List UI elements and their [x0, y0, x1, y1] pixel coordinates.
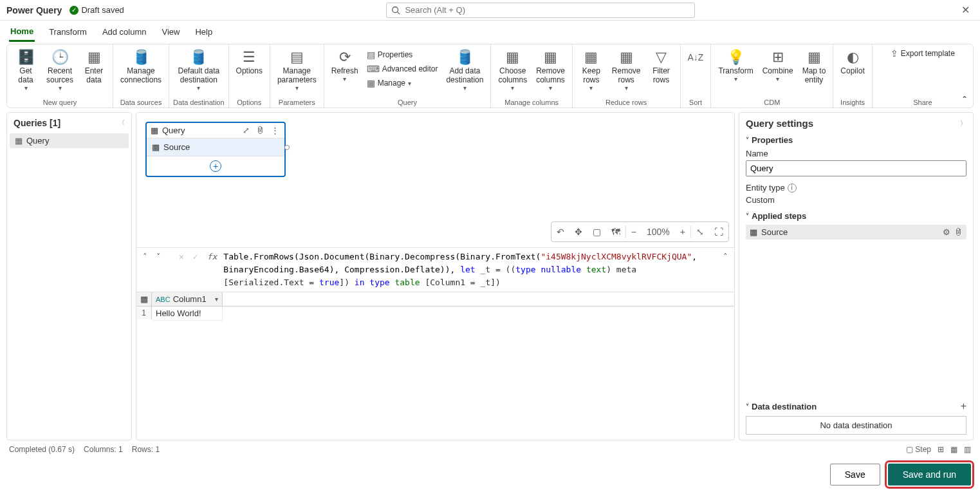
view-table-button[interactable]: ▦ — [950, 445, 957, 454]
gear-icon[interactable]: ⚙ — [943, 227, 950, 237]
group-insights: Insights — [840, 97, 865, 106]
info-icon[interactable]: i — [788, 184, 797, 193]
query-settings-panel: Query settings 〉 ˅Properties Name Entity… — [739, 112, 974, 440]
remove-col-icon: ▦ — [544, 48, 557, 66]
diagram-canvas[interactable]: ▦ Query ⤢ 🛢 ⋮ ▦ Source + ↶ ✥ — [136, 113, 734, 248]
manage-parameters-button[interactable]: ▤Manage parameters▾ — [274, 47, 320, 93]
query-list-item[interactable]: ▦ Query — [10, 133, 129, 148]
save-button[interactable]: Save — [830, 464, 880, 485]
commit-formula-button[interactable]: ✓ — [190, 250, 201, 263]
manage-query-button[interactable]: ▦Manage ▾ — [364, 77, 441, 90]
status-bar: Completed (0.67 s) Columns: 1 Rows: 1 ▢ … — [0, 442, 980, 457]
tab-home[interactable]: Home — [9, 23, 35, 42]
properties-section-toggle[interactable]: ˅Properties — [746, 135, 966, 145]
options-button[interactable]: ☰Options — [233, 47, 266, 77]
tab-add-column[interactable]: Add column — [101, 23, 148, 41]
fullscreen-button[interactable]: ⛶ — [709, 227, 728, 237]
zoom-out-button[interactable]: − — [626, 227, 642, 237]
step-next-button[interactable]: ˅ — [154, 250, 163, 263]
footer: Save Save and run — [0, 457, 980, 490]
step-prev-button[interactable]: ˄ — [140, 250, 150, 263]
data-destination-section-toggle[interactable]: ˅Data destination — [746, 402, 817, 411]
grid-select-all[interactable]: ▦ — [136, 292, 152, 306]
enter-data-button[interactable]: ▦Enter data — [79, 47, 109, 86]
group-query: Query — [398, 97, 417, 106]
save-and-run-button[interactable]: Save and run — [888, 464, 971, 485]
row-header-1[interactable]: 1 — [136, 306, 152, 319]
combine-button[interactable]: ⊞Combine▾ — [759, 47, 797, 84]
keep-rows-button[interactable]: ▦Keep rows▾ — [577, 47, 606, 93]
close-button[interactable]: ✕ — [957, 1, 974, 19]
copilot-button[interactable]: ◐Copilot — [837, 47, 867, 77]
cancel-formula-button[interactable]: ✕ — [176, 250, 187, 263]
search-input[interactable] — [386, 3, 695, 18]
fx-icon[interactable]: fx — [205, 250, 220, 263]
app-title: Power Query — [6, 5, 62, 15]
database-icon: 🗄️ — [17, 48, 35, 66]
db-icon[interactable]: 🛢 — [954, 227, 963, 237]
keep-rows-icon: ▦ — [584, 48, 598, 66]
query-diagram-card[interactable]: ▦ Query ⤢ 🛢 ⋮ ▦ Source + — [145, 122, 286, 177]
ribbon: 🗄️Get data▾ 🕒Recent sources▾ ▦Enter data… — [6, 44, 974, 108]
sort-asc-button[interactable]: A↓Z — [685, 47, 707, 68]
no-destination-box: No data destination — [746, 416, 966, 435]
zoom-in-button[interactable]: + — [675, 227, 690, 237]
column-dropdown-button[interactable]: ▾ — [215, 296, 218, 303]
fit-button[interactable]: ▢ — [587, 227, 606, 237]
remove-rows-button[interactable]: ▦Remove rows▾ — [609, 47, 644, 93]
collapse-queries-button[interactable]: 〈 — [118, 118, 125, 127]
pan-button[interactable]: ✥ — [569, 227, 587, 237]
destination-icon: 🛢️ — [190, 48, 207, 66]
tab-transform[interactable]: Transform — [48, 23, 88, 41]
grid-cell-1-1[interactable]: Hello World! — [152, 306, 223, 321]
filter-rows-button[interactable]: ▽Filter rows — [647, 47, 676, 86]
group-parameters: Parameters — [279, 97, 315, 106]
ribbon-collapse-button[interactable]: ⌃ — [961, 95, 968, 104]
add-destination-button[interactable]: + — [961, 400, 966, 412]
refresh-button[interactable]: ⟳Refresh▾ — [328, 47, 362, 84]
collapse-diagram-button[interactable]: ⤡ — [691, 227, 709, 237]
table-icon: ▦ — [88, 48, 101, 66]
settings-title: Query settings — [746, 118, 813, 129]
remove-columns-button[interactable]: ▦Remove columns▾ — [533, 47, 568, 93]
expand-formula-button[interactable]: ˄ — [721, 250, 730, 263]
diagram-step-source[interactable]: ▦ Source — [147, 138, 284, 156]
view-diagram-button[interactable]: ⊞ — [938, 445, 944, 454]
map-entity-button[interactable]: ▦Map to entity — [799, 47, 829, 86]
advanced-editor-button[interactable]: ⌨Advanced editor — [364, 62, 441, 75]
tab-view[interactable]: View — [161, 23, 181, 41]
view-schema-button[interactable]: ▥ — [964, 445, 971, 454]
add-step-button[interactable]: + — [210, 160, 221, 172]
table-icon: ▦ — [750, 227, 757, 237]
default-destination-button[interactable]: 🛢️Default data destination▾ — [174, 47, 223, 93]
tab-help[interactable]: Help — [194, 23, 214, 41]
undo-button[interactable]: ↶ — [551, 227, 569, 237]
column-header-column1[interactable]: ABC Column1 ▾ — [152, 292, 223, 306]
collapse-settings-button[interactable]: 〉 — [960, 119, 966, 128]
recent-sources-button[interactable]: 🕒Recent sources▾ — [43, 47, 77, 93]
query-name-input[interactable] — [746, 160, 966, 176]
transform-button[interactable]: 💡Transform▾ — [715, 47, 756, 84]
data-icon[interactable]: 🛢 — [255, 126, 266, 135]
group-reduce-rows: Reduce rows — [606, 97, 647, 106]
export-template-button[interactable]: ⇪Export template — [888, 47, 957, 60]
data-grid: ▦ 1 ABC Column1 ▾ Hello World! — [136, 292, 734, 440]
export-icon: ⇪ — [891, 48, 898, 59]
manage-connections-button[interactable]: 🛢️Manage connections — [117, 47, 165, 86]
properties-button[interactable]: ▤Properties — [364, 48, 441, 61]
expand-icon[interactable]: ⤢ — [241, 126, 251, 135]
step-indicator[interactable]: ▢ Step — [906, 445, 931, 454]
get-data-button[interactable]: 🗄️Get data▾ — [11, 47, 41, 93]
add-data-destination-button[interactable]: 🛢️Add data destination▾ — [443, 47, 486, 93]
status-columns: Columns: 1 — [84, 445, 123, 454]
map-button[interactable]: 🗺 — [606, 227, 625, 237]
parameters-icon: ▤ — [290, 48, 304, 66]
connector-dot[interactable] — [284, 145, 290, 150]
applied-step-source[interactable]: ▦ Source ⚙🛢 — [746, 225, 966, 240]
more-icon[interactable]: ⋮ — [270, 126, 281, 135]
choose-columns-button[interactable]: ▦Choose columns▾ — [495, 47, 530, 93]
formula-input[interactable]: Table.FromRows(Json.Document(Binary.Deco… — [223, 250, 717, 289]
formula-bar: ˄ ˅ ✕ ✓ fx Table.FromRows(Json.Document(… — [136, 248, 734, 292]
text-type-icon: ABC — [156, 296, 171, 303]
applied-steps-section-toggle[interactable]: ˅Applied steps — [746, 211, 966, 221]
